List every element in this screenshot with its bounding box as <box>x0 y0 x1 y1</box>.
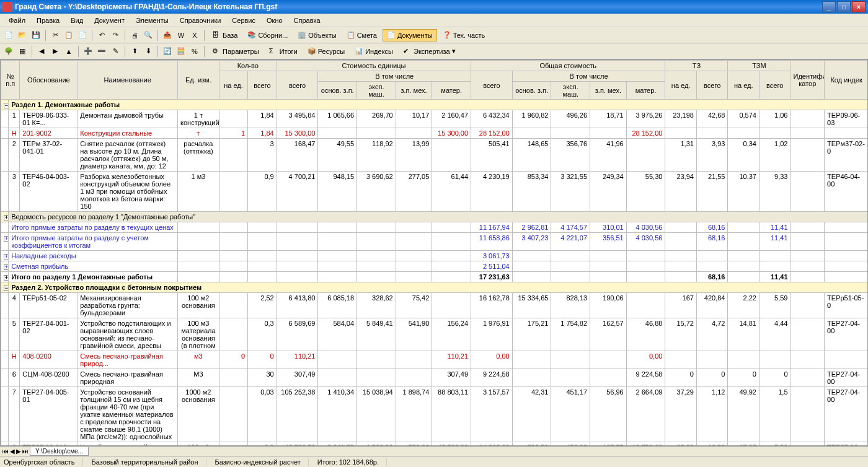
nav-obekty[interactable]: 🏢Объекты <box>293 29 340 41</box>
books-icon: 📚 <box>247 31 256 40</box>
document-icon: 📄 <box>387 31 396 40</box>
tool-preview-icon[interactable]: 🔍 <box>142 29 154 41</box>
tool-tree-icon[interactable]: 🌳 <box>2 45 15 58</box>
tool-add-icon[interactable]: ➕ <box>82 45 94 58</box>
tool-edit-icon[interactable]: ✎ <box>109 45 122 58</box>
minimize-button[interactable]: _ <box>822 1 836 12</box>
btn-resursy[interactable]: 📦Ресурсы <box>303 45 349 58</box>
menu-help[interactable]: Справка <box>289 15 326 25</box>
database-icon: 🗄 <box>212 31 221 40</box>
menu-service[interactable]: Сервис <box>227 15 260 25</box>
tool-excel-icon[interactable]: X <box>188 29 201 41</box>
btn-ekspertiza[interactable]: ✔Экспертиза▾ <box>399 45 460 58</box>
tool-cut-icon[interactable]: ✂ <box>49 29 61 41</box>
tool-moveup-icon[interactable]: ⬆ <box>128 45 141 58</box>
tool-calc-icon[interactable]: 🧮 <box>175 45 187 58</box>
tool-del-icon[interactable]: ➖ <box>95 45 108 58</box>
tool-export-icon[interactable]: 📤 <box>161 29 174 41</box>
nav-dokumenty[interactable]: 📄Документы <box>383 29 437 41</box>
building-icon: 🏢 <box>298 31 306 40</box>
menubar: Файл Правка Вид Документ Элементы Справо… <box>0 14 868 27</box>
close-button[interactable]: × <box>852 1 866 12</box>
tool-word-icon[interactable]: W <box>175 29 187 41</box>
menu-window[interactable]: Окно <box>262 15 288 25</box>
tool-copy-icon[interactable]: 📋 <box>63 29 75 41</box>
resources-icon: 📦 <box>308 47 316 56</box>
menu-file[interactable]: Файл <box>4 15 30 25</box>
menu-elements[interactable]: Элементы <box>131 15 174 25</box>
tool-paste-icon[interactable]: 📄 <box>76 29 89 41</box>
tool-back-icon[interactable]: ◀ <box>35 45 48 58</box>
toolbar-secondary: 🌳 ▦ ◀ ▶ ▲ ➕ ➖ ✎ ⬆ ⬇ 🔄 🧮 % ⚙Параметры ΣИт… <box>0 43 868 59</box>
btn-itogi[interactable]: ΣИтоги <box>265 45 302 58</box>
nav-tehchast[interactable]: ❓Тех. часть <box>438 29 490 41</box>
menu-document[interactable]: Документ <box>89 15 130 25</box>
tool-open-icon[interactable]: 📂 <box>16 29 29 41</box>
menu-refs[interactable]: Справочники <box>175 15 226 25</box>
tool-refresh-icon[interactable]: 🔄 <box>161 45 174 58</box>
tool-grid-icon[interactable]: ▦ <box>16 45 29 58</box>
tool-fwd-icon[interactable]: ▶ <box>49 45 61 58</box>
sum-icon: Σ <box>269 47 278 56</box>
tool-percent-icon[interactable]: % <box>188 45 201 58</box>
toolbar-main: 📄 📂 💾 ✂ 📋 📄 ↶ ↷ 🖨 🔍 📤 W X 🗄База 📚Сборни.… <box>0 27 868 43</box>
titlebar: Гранд Смета - Y:\Desktop\сметы ГРАНД\1-С… <box>0 0 868 14</box>
tool-redo-icon[interactable]: ↷ <box>109 29 122 41</box>
tool-up-icon[interactable]: ▲ <box>63 45 75 58</box>
check-icon: ✔ <box>403 47 412 56</box>
faq-icon: ❓ <box>443 31 451 40</box>
tool-new-icon[interactable]: 📄 <box>2 29 15 41</box>
nav-smeta[interactable]: 📋Смета <box>342 29 381 41</box>
btn-indeksy[interactable]: 📊Индексы <box>350 45 397 58</box>
menu-edit[interactable]: Правка <box>32 15 64 25</box>
maximize-button[interactable]: □ <box>837 1 851 12</box>
tool-save-icon[interactable]: 💾 <box>30 29 42 41</box>
btn-parametry[interactable]: ⚙Параметры <box>208 45 264 58</box>
nav-baza[interactable]: 🗄База <box>208 29 242 41</box>
tool-movedown-icon[interactable]: ⬇ <box>142 45 154 58</box>
index-icon: 📊 <box>355 47 363 56</box>
tool-undo-icon[interactable]: ↶ <box>95 29 108 41</box>
tool-print-icon[interactable]: 🖨 <box>128 29 141 41</box>
nav-sborniki[interactable]: 📚Сборни... <box>243 29 292 41</box>
menu-view[interactable]: Вид <box>66 15 88 25</box>
settings-icon: ⚙ <box>212 47 221 56</box>
sheet-icon: 📋 <box>347 31 355 40</box>
window-title: Гранд Смета - Y:\Desktop\сметы ГРАНД\1-С… <box>15 2 822 11</box>
app-icon <box>2 2 12 12</box>
